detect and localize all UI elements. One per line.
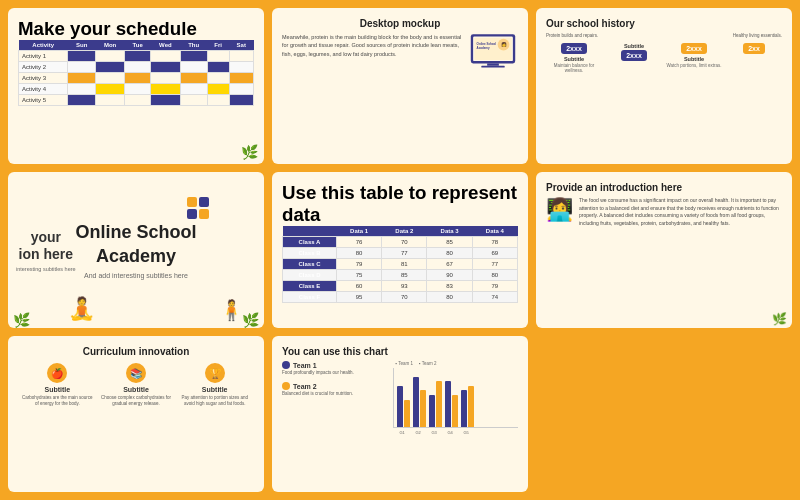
timeline: 2xxx Subtitle Maintain balance for welln… (546, 43, 782, 73)
icon-grid-item (187, 209, 197, 219)
timeline-label-1: Subtitle (564, 56, 584, 62)
icon-grid-item (199, 197, 209, 207)
bar-team1 (413, 377, 419, 427)
bar-label: G2 (412, 430, 425, 435)
person-standing-icon: 🧍 (219, 298, 244, 322)
presentation-grid: Make your schedule Activity Sun Mon Tue … (0, 0, 800, 500)
legend-dot-team2 (282, 382, 290, 390)
slide4-main-title: Online School Academy (75, 221, 196, 268)
slide-introduction: Provide an introduction here 👩‍💻 The foo… (536, 172, 792, 328)
slide2-title: Desktop mockup (282, 18, 518, 29)
slide4-left-heading: your ion here (16, 229, 76, 263)
bar-team2 (452, 395, 458, 427)
slide6-title: Provide an introduction here (546, 182, 782, 193)
curriculum-icon: 🏆 (205, 363, 225, 383)
plant-deco-6: 🌿 (772, 312, 787, 326)
person-sitting-icon: 🧘 (68, 296, 95, 322)
slide-desktop-mockup: Desktop mockup Meanwhile, protein is the… (272, 8, 528, 164)
slide-data-table: Use this table to represent data Data 1D… (272, 172, 528, 328)
legend-team1-text: Food profoundly impacts our health. (282, 370, 387, 376)
icon-grid-item (199, 209, 209, 219)
bar-team2 (420, 390, 426, 427)
slide-school-history: Our school history Protein builds and re… (536, 8, 792, 164)
slide5-title: Use this table to represent data (282, 182, 518, 226)
bar-label: G1 (396, 430, 409, 435)
timeline-item-4: 2xx (726, 43, 782, 56)
slide1-title: Make your schedule (18, 18, 254, 40)
slide2-content: Meanwhile, protein is the main building … (282, 33, 518, 71)
curriculum-item: 🍎 Subtitle Carbohydrates are the main so… (18, 363, 97, 408)
timeline-box-4: 2xx (743, 43, 765, 54)
legend-team1: Team 1 Food profoundly impacts our healt… (282, 361, 387, 376)
plant-deco-4a: 🌿 (13, 312, 30, 328)
th-activity: Activity (19, 40, 68, 51)
svg-rect-3 (481, 66, 504, 68)
slide-chart: You can use this chart Team 1 Food profo… (272, 336, 528, 492)
svg-rect-2 (487, 63, 499, 65)
curriculum-subtitle: Subtitle (202, 386, 228, 393)
curriculum-subtitle: Subtitle (123, 386, 149, 393)
slide2-body: Meanwhile, protein is the main building … (282, 33, 462, 58)
legend-team2: Team 2 Balanced diet is crucial for nutr… (282, 382, 387, 397)
slide-curriculum: Curriculum innovation 🍎 Subtitle Carbohy… (8, 336, 264, 492)
schedule-table: Activity Sun Mon Tue Wed Thu Fri Sat Act… (18, 40, 254, 106)
slide7-title: Curriculum innovation (18, 346, 254, 357)
bar-chart-container: ▪ Team 1 ▪ Team 2 G1G2G3G4G5 (393, 361, 518, 435)
slide4-subtitle: And add interesting subtitles here (75, 272, 196, 279)
legend-team2-text: Balanced diet is crucial for nutrition. (282, 391, 387, 397)
bar-label: G4 (444, 430, 457, 435)
curriculum-desc: Carbohydrates are the main source of ene… (21, 395, 94, 408)
data-table: Data 1Data 2Data 3Data 4 Class A76708578… (282, 226, 518, 303)
curriculum-desc: Pay attention to portion sizes and avoid… (178, 395, 251, 408)
bar-team2 (436, 381, 442, 427)
timeline-box-2: 2xxx (621, 50, 647, 61)
svg-text:Academy: Academy (477, 46, 490, 50)
curriculum-subtitle: Subtitle (45, 386, 71, 393)
bar-label: G3 (428, 430, 441, 435)
bar-team1 (397, 386, 403, 427)
bar-team1 (461, 390, 467, 427)
student-at-desk-icon: 👩‍💻 (546, 197, 573, 227)
timeline-item-2: Subtitle 2xxx (606, 43, 662, 63)
curriculum-icon: 🍎 (47, 363, 67, 383)
th-wed: Wed (151, 40, 181, 51)
chart-legend-top: ▪ Team 1 ▪ Team 2 (393, 361, 518, 366)
slide-main-academy: your ion here interesting subtitles here… (8, 172, 264, 328)
plant-deco-4b: 🌿 (242, 312, 259, 328)
bar-group (429, 381, 442, 427)
legend-team2-title: Team 2 (282, 382, 387, 390)
svg-text:👩: 👩 (501, 41, 507, 48)
timeline-item-3: 2xxx Subtitle Watch portions, limit extr… (666, 43, 722, 68)
curriculum-desc: Choose complex carbohydrates for gradual… (100, 395, 173, 408)
icon-grid (187, 197, 209, 219)
timeline-item-1: 2xxx Subtitle Maintain balance for welln… (546, 43, 602, 73)
timeline-desc-3: Watch portions, limit extras. (666, 63, 721, 68)
bar-team2 (404, 400, 410, 428)
timeline-box-3: 2xxx (681, 43, 707, 54)
curriculum-items: 🍎 Subtitle Carbohydrates are the main so… (18, 363, 254, 408)
curriculum-icon: 📚 (126, 363, 146, 383)
slide8-title: You can use this chart (282, 346, 518, 357)
bar-chart (393, 368, 518, 428)
th-thu: Thu (180, 40, 207, 51)
timeline-box-1: 2xxx (561, 43, 587, 54)
bar-label: G5 (460, 430, 473, 435)
timeline-label-3: Subtitle (684, 56, 704, 62)
bar-team2 (468, 386, 474, 427)
curriculum-item: 📚 Subtitle Choose complex carbohydrates … (97, 363, 176, 408)
plant-deco-1: 🌿 (241, 144, 258, 160)
svg-text:Online School: Online School (477, 42, 497, 46)
bar-group (461, 386, 474, 427)
slide3-title: Our school history (546, 18, 782, 29)
slide4-left-text: your ion here interesting subtitles here (16, 229, 76, 272)
slide6-content: 👩‍💻 The food we consume has a significan… (546, 197, 782, 227)
slide-schedule: Make your schedule Activity Sun Mon Tue … (8, 8, 264, 164)
bar-group (413, 377, 426, 427)
slide3-header: Protein builds and repairs. Healthy livi… (546, 33, 782, 39)
bar-group (445, 381, 458, 427)
th-tue: Tue (125, 40, 151, 51)
chart-area: Team 1 Food profoundly impacts our healt… (282, 361, 518, 435)
chart-legend: Team 1 Food profoundly impacts our healt… (282, 361, 387, 435)
curriculum-item: 🏆 Subtitle Pay attention to portion size… (175, 363, 254, 408)
timeline-desc-1: Maintain balance for wellness. (546, 63, 602, 73)
